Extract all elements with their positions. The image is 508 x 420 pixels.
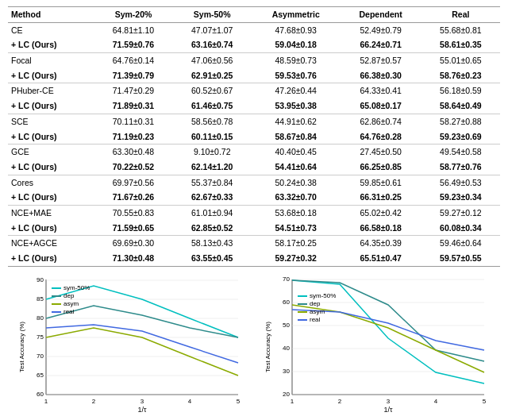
asym-val: 53.68±0.18	[252, 205, 341, 220]
cifar100-legend-real: real	[310, 316, 321, 323]
ours-dep-val: 66.24±0.71	[341, 37, 421, 52]
ytick-20: 20	[283, 391, 290, 398]
method-name: NCE+AGCE	[8, 236, 94, 251]
ours-asym-val: 54.51±0.73	[252, 221, 341, 236]
method-name: SCE	[8, 114, 94, 129]
xtick2-1: 1	[291, 398, 294, 405]
cifar10-xlabel: 1/τ	[137, 406, 147, 414]
ytick-90: 90	[37, 276, 44, 283]
sym50-val: 55.37±0.84	[173, 175, 252, 190]
dep-val: 52.49±0.79	[341, 22, 421, 37]
asym-val: 50.24±0.38	[252, 175, 341, 190]
cifar10-legend-real-swatch	[52, 311, 61, 313]
cifar100-legend-sym50-swatch	[298, 295, 307, 297]
cifar10-real-line	[46, 325, 238, 363]
table-ours-row: + LC (Ours) 71.30±0.48 63.55±0.45 59.27±…	[8, 251, 500, 266]
ytick-50: 50	[283, 322, 290, 329]
sym20-val: 70.11±0.31	[94, 114, 172, 129]
ours-method-name: + LC (Ours)	[8, 37, 94, 52]
ours-asym-val: 59.04±0.18	[252, 37, 341, 52]
cifar100-legend-real-swatch	[298, 319, 307, 321]
dep-val: 59.85±0.61	[341, 175, 421, 190]
main-container: Method Sym-20% Sym-50% Asymmetric Depend…	[0, 0, 508, 420]
xtick2-3: 3	[387, 398, 391, 405]
ours-sym50-val: 62.85±0.52	[173, 221, 252, 236]
ours-asym-val: 59.27±0.32	[252, 251, 341, 266]
real-val: 59.46±0.64	[421, 236, 500, 251]
real-val: 49.54±0.58	[421, 144, 500, 160]
ours-sym20-val: 71.59±0.76	[94, 37, 172, 52]
sym20-val: 69.69±0.30	[94, 236, 172, 251]
sym20-val: 70.55±0.83	[94, 205, 172, 220]
ours-asym-val: 54.41±0.64	[252, 160, 341, 175]
cifar10-dep-line	[46, 306, 238, 337]
real-val: 55.68±0.81	[421, 22, 500, 37]
cifar10-chart-wrapper: Test Accuracy (%) 60 65 70 75 80 85 90	[13, 272, 249, 420]
ours-asym-val: 59.53±0.76	[252, 68, 341, 83]
table-ours-row: + LC (Ours) 70.22±0.52 62.14±1.20 54.41±…	[8, 160, 500, 175]
table-row: NCE+MAE 70.55±0.83 61.01±0.94 53.68±0.18…	[8, 205, 500, 220]
ours-sym50-val: 62.14±1.20	[173, 160, 252, 175]
ours-sym20-val: 70.22±0.52	[94, 160, 172, 175]
method-name: NCE+MAE	[8, 205, 94, 220]
cifar100-legend-sym50: sym-50%	[310, 292, 336, 299]
cifar10-asym-line	[46, 328, 238, 376]
asym-val: 47.68±0.93	[252, 22, 341, 37]
results-table: Method Sym-20% Sym-50% Asymmetric Depend…	[8, 6, 500, 267]
cifar10-legend-sym50-swatch	[52, 287, 61, 289]
ours-dep-val: 66.25±0.85	[341, 160, 421, 175]
asym-val: 40.40±0.45	[252, 144, 341, 160]
ours-sym20-val: 71.19±0.23	[94, 129, 172, 144]
cifar100-legend-dep-swatch	[298, 303, 307, 305]
sym20-val: 63.30±0.48	[94, 144, 172, 160]
real-val: 55.01±0.65	[421, 53, 500, 68]
cifar10-sym50-line	[46, 286, 238, 337]
table-row: Focal 64.76±0.14 47.06±0.56 48.59±0.73 5…	[8, 53, 500, 68]
cifar10-legend-dep: dep	[64, 292, 75, 299]
col-sym20: Sym-20%	[94, 7, 172, 23]
ours-sym50-val: 63.55±0.45	[173, 251, 252, 266]
ours-real-val: 58.76±0.23	[421, 68, 500, 83]
dep-val: 62.86±0.74	[341, 114, 421, 129]
ours-sym20-val: 71.30±0.48	[94, 251, 172, 266]
method-name: PHuber-CE	[8, 83, 94, 98]
cifar100-ylabel: Test Accuracy (%)	[264, 321, 271, 372]
asym-val: 58.17±0.25	[252, 236, 341, 251]
cifar10-ylabel: Test Accuracy (%)	[18, 321, 25, 372]
sym50-val: 47.06±0.56	[173, 53, 252, 68]
cifar100-legend-dep: dep	[310, 300, 321, 307]
cifar10-legend-asym: asym	[64, 300, 79, 307]
ytick-70: 70	[37, 353, 44, 360]
table-ours-row: + LC (Ours) 71.59±0.76 63.16±0.74 59.04±…	[8, 37, 500, 52]
table-ours-row: + LC (Ours) 71.67±0.26 62.67±0.33 63.32±…	[8, 190, 500, 205]
xtick-5: 5	[237, 398, 241, 405]
table-row: CE 64.81±1.10 47.07±1.07 47.68±0.93 52.4…	[8, 22, 500, 37]
method-name: CE	[8, 22, 94, 37]
col-sym50: Sym-50%	[173, 7, 252, 23]
charts-container: Test Accuracy (%) 60 65 70 75 80 85 90	[8, 272, 500, 420]
ours-sym20-val: 71.89±0.31	[94, 98, 172, 114]
ours-sym50-val: 62.91±0.25	[173, 68, 252, 83]
cifar100-legend-asym-swatch	[298, 311, 307, 313]
ours-sym20-val: 71.39±0.79	[94, 68, 172, 83]
sym20-val: 69.97±0.56	[94, 175, 172, 190]
ours-method-name: + LC (Ours)	[8, 251, 94, 266]
ytick-80: 80	[37, 314, 44, 322]
ours-method-name: + LC (Ours)	[8, 68, 94, 83]
sym20-val: 64.81±1.10	[94, 22, 172, 37]
ours-real-val: 58.77±0.76	[421, 160, 500, 175]
xtick-2: 2	[92, 398, 96, 405]
ours-real-val: 58.61±0.35	[421, 37, 500, 52]
dep-val: 52.87±0.57	[341, 53, 421, 68]
cifar10-legend-real: real	[64, 308, 75, 315]
sym50-val: 60.52±0.67	[173, 83, 252, 98]
ours-dep-val: 66.31±0.25	[341, 190, 421, 205]
dep-val: 64.35±0.39	[341, 236, 421, 251]
method-name: Cores	[8, 175, 94, 190]
ours-method-name: + LC (Ours)	[8, 221, 94, 236]
xtick2-4: 4	[434, 398, 438, 405]
sym50-val: 9.10±0.72	[173, 144, 252, 160]
method-name: GCE	[8, 144, 94, 160]
cifar100-xlabel: 1/τ	[383, 406, 393, 414]
cifar10-legend-sym50: sym-50%	[64, 284, 90, 291]
